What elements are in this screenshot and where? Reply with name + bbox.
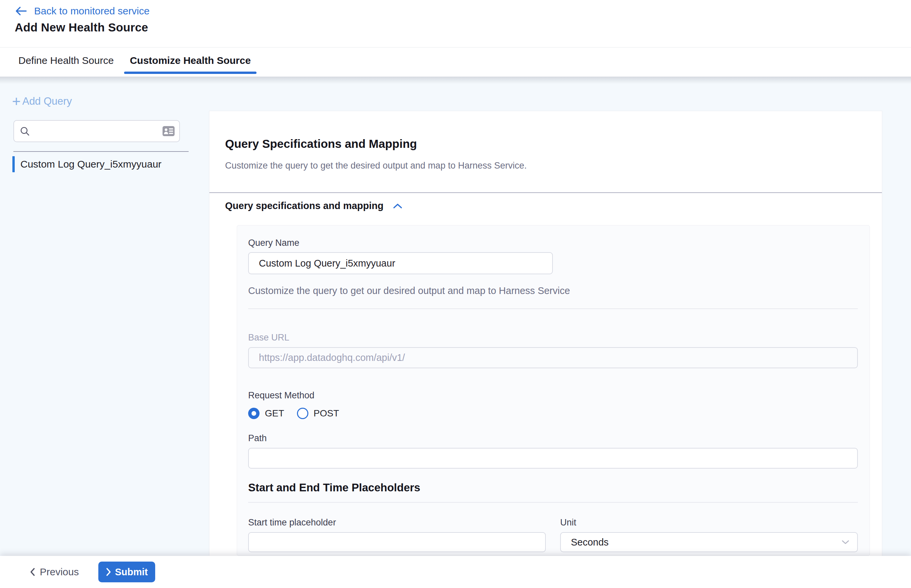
query-search-box [13, 120, 180, 142]
page-title: Add New Health Source [15, 21, 148, 34]
sidebar-divider [13, 151, 189, 152]
add-query-button[interactable]: + Add Query [12, 94, 72, 109]
chevron-right-icon [106, 568, 112, 576]
query-name-help-text: Customize the query to get our desired o… [248, 285, 858, 296]
start-time-input[interactable] [248, 532, 546, 552]
health-source-tabs: Define Health Source Customize Health So… [0, 47, 911, 77]
unit-label: Unit [560, 517, 858, 528]
tab-customize-label: Customize Health Source [130, 55, 251, 66]
back-arrow-icon [15, 6, 27, 16]
submit-button[interactable]: Submit [99, 562, 155, 582]
card-subtitle: Customize the query to get the desired o… [225, 160, 527, 171]
query-name-label: Query Name [248, 238, 858, 248]
tab-define-health-source[interactable]: Define Health Source [18, 55, 114, 69]
submit-label: Submit [115, 567, 148, 578]
panel-divider-2 [248, 502, 858, 503]
radio-option-get[interactable]: GET [248, 408, 284, 419]
card-header: Query Specifications and Mapping Customi… [209, 111, 882, 193]
query-item-label: Custom Log Query_i5xmyyuaur [20, 158, 162, 170]
query-spec-section-header[interactable]: Query specifications and mapping [225, 200, 403, 212]
card-title: Query Specifications and Mapping [225, 137, 417, 150]
previous-label: Previous [40, 566, 79, 578]
radio-get-label: GET [265, 408, 284, 419]
previous-button[interactable]: Previous [29, 566, 79, 578]
path-label: Path [248, 433, 858, 444]
plus-icon: + [12, 94, 21, 109]
tab-customize-health-source[interactable]: Customize Health Source [130, 55, 251, 69]
query-mapping-card: Query Specifications and Mapping Customi… [209, 111, 882, 556]
active-tab-indicator [124, 71, 257, 74]
radio-post-label: POST [314, 408, 339, 419]
time-placeholders-heading: Start and End Time Placeholders [248, 481, 858, 494]
unit-column: Unit Seconds [560, 517, 858, 552]
radio-post[interactable] [297, 408, 309, 419]
unit-select[interactable]: Seconds [560, 532, 858, 552]
add-health-source-page: Back to monitored service Add New Health… [0, 0, 911, 588]
unit-select-value: Seconds [571, 537, 609, 548]
chevron-up-icon[interactable] [392, 202, 403, 210]
search-icon [20, 126, 30, 136]
query-search-input[interactable] [34, 126, 163, 136]
radio-get[interactable] [248, 408, 260, 419]
query-sidebar: + Add Query [0, 77, 209, 556]
base-url-label: Base URL [248, 333, 858, 343]
request-method-radio-group: GET POST [248, 408, 858, 419]
base-url-input [248, 347, 858, 368]
query-list-item-selected[interactable]: Custom Log Query_i5xmyyuaur [0, 155, 209, 174]
back-to-monitored-service-link[interactable]: Back to monitored service [15, 5, 150, 17]
page-header: Back to monitored service Add New Health… [0, 0, 911, 47]
start-time-column: Start time placeholder [248, 517, 546, 552]
query-name-input[interactable] [248, 252, 553, 274]
start-time-label: Start time placeholder [248, 517, 546, 528]
time-placeholder-row: Start time placeholder Unit Seconds [248, 517, 858, 552]
query-spec-form-panel: Query Name Customize the query to get ou… [237, 225, 870, 556]
back-link-label: Back to monitored service [34, 5, 150, 17]
path-input[interactable] [248, 448, 858, 468]
add-query-label: Add Query [23, 95, 72, 107]
selected-query-indicator-bar [12, 156, 15, 172]
wizard-footer: Previous Submit [0, 556, 911, 588]
request-method-label: Request Method [248, 390, 858, 401]
chevron-left-icon [29, 567, 36, 577]
chevron-down-icon [841, 540, 850, 545]
radio-option-post[interactable]: POST [297, 408, 339, 419]
query-list-view-icon[interactable] [163, 126, 174, 136]
section-header-label: Query specifications and mapping [225, 200, 384, 212]
panel-divider [248, 309, 858, 309]
